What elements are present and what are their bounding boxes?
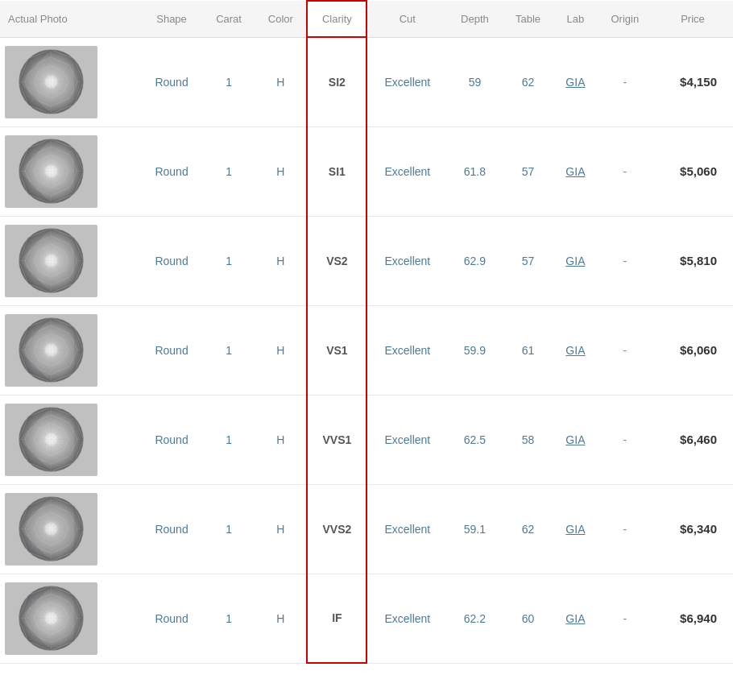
cell-carat: 1 (203, 395, 255, 484)
cell-shape: Round (140, 37, 202, 126)
diamond-image (5, 582, 97, 655)
col-header-carat: Carat (203, 1, 255, 37)
cell-origin: - (598, 484, 653, 574)
cell-color: H (255, 216, 307, 305)
lab-link: GIA (565, 165, 585, 178)
table-row: Round 1 H VVS1 Excellent 62.5 58 GIA - $… (0, 395, 733, 484)
cell-origin: - (598, 126, 653, 216)
cell-color: H (255, 484, 307, 574)
table-row: Round 1 H IF Excellent 62.2 60 GIA - $6,… (0, 574, 733, 663)
cell-cut: Excellent (366, 484, 447, 574)
svg-point-20 (45, 165, 58, 178)
cell-lab[interactable]: GIA (553, 305, 597, 395)
cell-carat: 1 (203, 484, 255, 574)
cell-price: $6,340 (652, 484, 733, 574)
cell-actual-photo[interactable] (0, 126, 140, 216)
cell-carat: 1 (203, 305, 255, 395)
cell-table: 57 (503, 216, 554, 305)
cell-depth: 59.9 (447, 305, 503, 395)
cell-depth: 62.5 (447, 395, 503, 484)
cell-price: $6,940 (652, 574, 733, 663)
cell-shape: Round (140, 305, 202, 395)
cell-actual-photo[interactable] (0, 395, 140, 484)
lab-link: GIA (565, 523, 585, 536)
diamond-image (5, 314, 97, 387)
cell-cut: Excellent (366, 216, 447, 305)
cell-color: H (255, 126, 307, 216)
cell-origin: - (598, 216, 653, 305)
cell-color: H (255, 574, 307, 663)
cell-price: $5,060 (652, 126, 733, 216)
diamond-image (5, 46, 97, 118)
cell-carat: 1 (203, 574, 255, 663)
lab-link: GIA (565, 255, 585, 267)
col-header-depth: Depth (447, 1, 503, 37)
cell-lab[interactable]: GIA (553, 216, 597, 305)
table-row: Round 1 H VS1 Excellent 59.9 61 GIA - $6… (0, 305, 733, 395)
col-header-clarity: Clarity (307, 1, 366, 37)
cell-cut: Excellent (366, 305, 447, 395)
cell-table: 58 (503, 395, 554, 484)
cell-table: 60 (503, 574, 554, 663)
cell-shape: Round (140, 395, 202, 484)
col-header-table: Table (503, 1, 554, 37)
cell-clarity: VVS1 (307, 395, 366, 484)
svg-point-44 (45, 344, 58, 357)
lab-link: GIA (565, 76, 585, 89)
diamond-table-container: Actual Photo Shape Carat Color Clarity C… (0, 0, 733, 664)
cell-cut: Excellent (366, 574, 447, 663)
cell-actual-photo[interactable] (0, 574, 140, 663)
cell-clarity: VVS2 (307, 484, 366, 574)
svg-point-32 (45, 255, 58, 267)
cell-origin: - (598, 574, 653, 663)
cell-cut: Excellent (366, 126, 447, 216)
cell-lab[interactable]: GIA (553, 484, 597, 574)
col-header-lab: Lab (553, 1, 597, 37)
cell-clarity: SI1 (307, 126, 366, 216)
cell-lab[interactable]: GIA (553, 574, 597, 663)
svg-point-80 (45, 612, 58, 625)
svg-point-56 (45, 433, 58, 446)
cell-carat: 1 (203, 37, 255, 126)
table-row: Round 1 H VS2 Excellent 62.9 57 GIA - $5… (0, 216, 733, 305)
col-header-cut: Cut (366, 1, 447, 37)
lab-link: GIA (565, 433, 585, 446)
cell-lab[interactable]: GIA (553, 126, 597, 216)
table-header-row: Actual Photo Shape Carat Color Clarity C… (0, 1, 733, 37)
cell-actual-photo[interactable] (0, 216, 140, 305)
svg-point-68 (45, 523, 58, 536)
cell-table: 62 (503, 37, 554, 126)
diamond-image (5, 135, 97, 208)
cell-depth: 59.1 (447, 484, 503, 574)
cell-depth: 59 (447, 37, 503, 126)
diamond-image (5, 493, 97, 565)
cell-clarity: VS2 (307, 216, 366, 305)
cell-actual-photo[interactable] (0, 305, 140, 395)
cell-shape: Round (140, 484, 202, 574)
cell-price: $6,060 (652, 305, 733, 395)
cell-shape: Round (140, 574, 202, 663)
cell-table: 62 (503, 484, 554, 574)
cell-color: H (255, 305, 307, 395)
cell-price: $6,460 (652, 395, 733, 484)
cell-carat: 1 (203, 216, 255, 305)
cell-table: 57 (503, 126, 554, 216)
cell-lab[interactable]: GIA (553, 395, 597, 484)
cell-shape: Round (140, 216, 202, 305)
diamond-image (5, 225, 97, 297)
cell-lab[interactable]: GIA (553, 37, 597, 126)
col-header-color: Color (255, 1, 307, 37)
cell-depth: 61.8 (447, 126, 503, 216)
table-row: Round 1 H SI1 Excellent 61.8 57 GIA - $5… (0, 126, 733, 216)
cell-carat: 1 (203, 126, 255, 216)
cell-depth: 62.9 (447, 216, 503, 305)
cell-actual-photo[interactable] (0, 37, 140, 126)
table-row: Round 1 H VVS2 Excellent 59.1 62 GIA - $… (0, 484, 733, 574)
cell-origin: - (598, 305, 653, 395)
diamond-image (5, 404, 97, 476)
cell-price: $5,810 (652, 216, 733, 305)
cell-price: $4,150 (652, 37, 733, 126)
cell-depth: 62.2 (447, 574, 503, 663)
cell-actual-photo[interactable] (0, 484, 140, 574)
cell-cut: Excellent (366, 395, 447, 484)
